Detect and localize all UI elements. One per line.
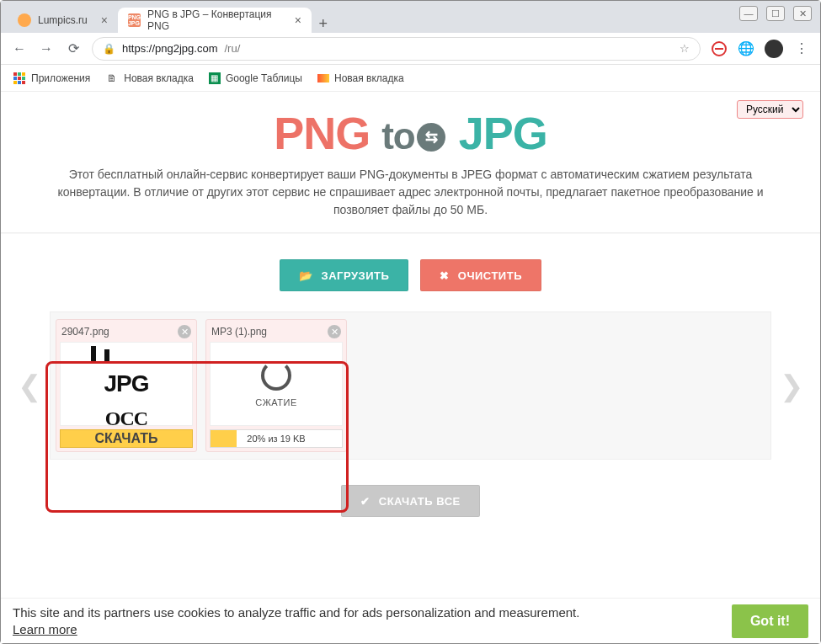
- browser-tab[interactable]: Lumpics.ru ×: [8, 8, 118, 33]
- svg-rect-9: [18, 81, 21, 84]
- upload-label: ЗАГРУЗИТЬ: [322, 269, 390, 282]
- file-name: MP3 (1).png: [211, 326, 267, 338]
- status-label: СЖАТИЕ: [255, 397, 297, 407]
- cookie-accept-label: Got it!: [750, 614, 790, 629]
- logo-part-png: PNG: [274, 108, 370, 158]
- folder-open-icon: 📂: [299, 269, 313, 282]
- star-icon[interactable]: ☆: [680, 42, 690, 55]
- clear-label: ОЧИСТИТЬ: [458, 269, 522, 282]
- check-icon: ✔: [360, 495, 371, 508]
- page-color-icon: [317, 74, 329, 82]
- progress-text: 20% из 19 KB: [211, 430, 342, 447]
- bookmark-item[interactable]: Новая вкладка: [317, 72, 404, 84]
- download-all-label: СКАЧАТЬ ВСЕ: [379, 495, 461, 508]
- address-bar[interactable]: 🔒 https://png2jpg.com/ru/ ☆: [92, 37, 701, 61]
- cookie-banner: This site and its partners use cookies t…: [1, 598, 820, 643]
- tab-title: PNG в JPG – Конвертация PNG: [147, 8, 281, 32]
- favicon-lumpics: [18, 13, 31, 27]
- logo-part-jpg: JPG: [459, 108, 547, 158]
- svg-rect-8: [13, 81, 17, 84]
- browser-tab[interactable]: PNGJPG PNG в JPG – Конвертация PNG ×: [118, 8, 312, 33]
- svg-rect-4: [22, 72, 25, 76]
- remove-file-button[interactable]: ✕: [328, 325, 341, 338]
- profile-avatar[interactable]: [765, 40, 783, 58]
- clear-button[interactable]: ✖ ОЧИСТИТЬ: [420, 259, 541, 291]
- file-carousel: ❮ 29047.png ✕ JPG OCC СКАЧАТЬ: [18, 311, 803, 460]
- svg-rect-10: [22, 81, 25, 84]
- toolbar: ← → ⟳ 🔒 https://png2jpg.com/ru/ ☆ 🌐 ⋮: [1, 33, 820, 65]
- bookmark-label: Новая вкладка: [334, 72, 404, 84]
- carousel-next-button[interactable]: ❯: [780, 369, 803, 402]
- extension-globe-icon[interactable]: 🌐: [738, 40, 754, 57]
- download-label: СКАЧАТЬ: [95, 431, 158, 445]
- file-card: 29047.png ✕ JPG OCC СКАЧАТЬ: [56, 319, 197, 452]
- language-select[interactable]: Русский: [737, 100, 803, 119]
- window-maximize-button[interactable]: ☐: [766, 6, 785, 21]
- page-content: Русский PNG to⇆ JPG Этот бесплатный онла…: [1, 92, 820, 643]
- svg-rect-2: [13, 72, 17, 76]
- lock-icon: 🔒: [103, 43, 115, 55]
- window-close-button[interactable]: ✕: [793, 6, 812, 21]
- back-button[interactable]: ←: [11, 41, 28, 56]
- bookmark-item[interactable]: ▦ Google Таблицы: [209, 72, 302, 84]
- file-thumbnail: JPG OCC: [60, 342, 193, 426]
- forward-button[interactable]: →: [38, 41, 55, 56]
- carousel-track: 29047.png ✕ JPG OCC СКАЧАТЬ MP3 (1).png: [50, 311, 771, 460]
- download-all-button[interactable]: ✔ СКАЧАТЬ ВСЕ: [341, 485, 479, 517]
- upload-button[interactable]: 📂 ЗАГРУЗИТЬ: [280, 259, 408, 291]
- tab-strip: Lumpics.ru × PNGJPG PNG в JPG – Конверта…: [1, 1, 820, 33]
- progress-bar: 20% из 19 KB: [210, 429, 343, 448]
- bookmark-label: Google Таблицы: [226, 72, 302, 84]
- bookmark-label: Приложения: [31, 72, 90, 84]
- logo-part-to: to: [381, 115, 415, 157]
- reload-button[interactable]: ⟳: [65, 40, 82, 56]
- spinner-icon: [261, 360, 291, 391]
- music-icon: [86, 346, 126, 376]
- language-selector[interactable]: Русский: [737, 100, 803, 119]
- svg-rect-3: [18, 72, 21, 76]
- cookie-accept-button[interactable]: Got it!: [732, 604, 808, 638]
- favicon-png2jpg: PNGJPG: [128, 13, 141, 27]
- apps-shortcut[interactable]: Приложения: [13, 72, 90, 85]
- svg-rect-7: [22, 77, 25, 80]
- carousel-prev-button[interactable]: ❮: [18, 369, 41, 402]
- tab-close-icon[interactable]: ×: [101, 13, 108, 27]
- svg-rect-5: [13, 77, 17, 80]
- svg-rect-1: [715, 48, 723, 50]
- bookmarks-bar: Приложения 🗎 Новая вкладка ▦ Google Табл…: [1, 65, 820, 92]
- download-file-button[interactable]: СКАЧАТЬ: [60, 429, 193, 448]
- site-logo: PNG to⇆ JPG: [18, 107, 803, 159]
- url-path: /ru/: [224, 42, 240, 55]
- site-description: Этот бесплатный онлайн-сервис конвертиру…: [18, 159, 803, 232]
- chrome-menu-button[interactable]: ⋮: [793, 40, 810, 56]
- bookmark-item[interactable]: 🗎 Новая вкладка: [105, 72, 194, 85]
- bookmark-label: Новая вкладка: [124, 72, 194, 84]
- file-card: MP3 (1).png ✕ СЖАТИЕ 20% из 19 KB: [205, 319, 347, 452]
- tab-close-icon[interactable]: ×: [295, 13, 301, 27]
- tab-title: Lumpics.ru: [38, 14, 88, 26]
- extension-adblock-icon[interactable]: [711, 40, 728, 57]
- svg-rect-6: [18, 77, 21, 80]
- file-thumbnail: СЖАТИЕ: [210, 342, 343, 426]
- new-tab-button[interactable]: +: [312, 15, 335, 33]
- url-host: https://png2jpg.com: [122, 42, 217, 55]
- window-minimize-button[interactable]: —: [739, 6, 758, 21]
- thumb-decor-text: OCC: [105, 407, 147, 426]
- swap-icon: ⇆: [417, 123, 445, 152]
- divider: [1, 232, 820, 234]
- file-name: 29047.png: [61, 326, 109, 338]
- remove-file-button[interactable]: ✕: [178, 325, 191, 338]
- page-icon: 🗎: [105, 72, 119, 85]
- cookie-text: This site and its partners use cookies t…: [13, 605, 579, 620]
- apps-icon: [13, 72, 26, 85]
- sheets-icon: ▦: [209, 72, 221, 84]
- cookie-learn-more-link[interactable]: Learn more: [13, 622, 77, 636]
- close-icon: ✖: [440, 269, 450, 282]
